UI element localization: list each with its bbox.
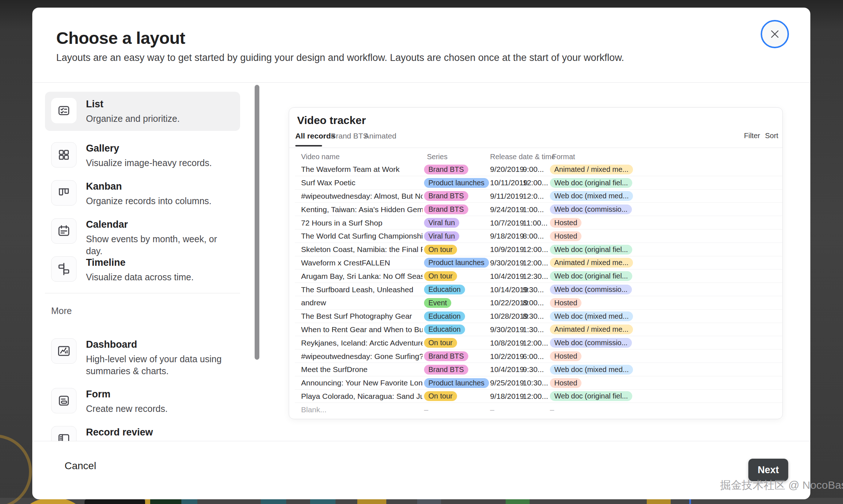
gallery-icon [51,142,77,168]
cell-release-time: 12:30... [523,269,548,283]
column-header-format: Format [552,153,575,161]
cell-release-time: 12:00... [523,256,548,270]
sidebar-item-title: List [86,99,228,110]
cell-release-time: 8:00... [523,296,544,310]
screen: Choose a layout Layouts are an easy way … [0,0,843,504]
table-row[interactable]: Skeleton Coast, Namibia: the Final Front… [295,243,782,256]
table-row[interactable]: #wipeoutwednesday: Gone Surfing? Brand B… [295,350,782,363]
cell-series: Product launches [424,376,489,390]
format-tag: Hosted [550,298,581,308]
sidebar-item-record-review[interactable]: Record review Review details of many rec… [45,420,240,441]
cell-video-name: The World Cat Surfing Championships 2019 [301,230,423,243]
cell-release-time: 1:30... [523,323,544,336]
cell-video-name: andrew [301,296,423,310]
format-tag: Animated / mixed me... [550,258,633,268]
column-header-video-name: Video name [301,153,340,161]
cell-video-name: 72 Hours in a Surf Shop [301,216,423,230]
cell-video-name: Arugam Bay, Sri Lanka: No Off Season [301,269,423,283]
cell-format: Animated / mixed me... [550,256,633,270]
header-divider [32,82,810,83]
table-row[interactable]: The Surfboard Leash, Unleashed Education… [295,283,782,296]
cell-release-date: 9/18/2019 [490,230,524,243]
table-row[interactable]: Meet the SurfDrone Brand BTS 10/4/2019 9… [295,363,782,376]
table-row[interactable]: When to Rent Gear and When to Buy Gear E… [295,323,782,336]
column-header-release: Release date & time [490,153,555,161]
table-row[interactable]: Kenting, Taiwan: Asia's Hidden Gem Brand… [295,203,782,216]
cell-release-date: 10/2/2019 [490,350,524,363]
cell-video-name: Kenting, Taiwan: Asia's Hidden Gem [301,203,423,216]
table-row[interactable]: Announcing: Your New Favorite Longboard … [295,376,782,390]
series-tag: Product launches [424,378,489,388]
filter-button[interactable]: Filter [744,132,760,140]
sidebar-item-kanban[interactable]: Kanban Organize records into columns. [45,174,240,213]
table-row[interactable]: Surf Wax Poetic Product launches 10/11/2… [295,176,782,190]
cell-series: On tour [424,390,457,403]
cell-series: Education [424,323,465,336]
close-button[interactable] [761,20,789,48]
cell-release-date: 9/20/2019 [490,163,524,176]
sort-button[interactable]: Sort [765,132,778,140]
cell-release-time: 12:00... [523,176,548,190]
format-tag: Animated / mixed me... [550,165,633,174]
cancel-button[interactable]: Cancel [65,460,96,472]
format-tag: Web doc (mixed med... [550,311,633,321]
table-row[interactable]: The Waveform Team at Work Brand BTS 9/20… [295,163,782,176]
format-tag: Hosted [550,218,581,228]
cell-series: Product launches [424,176,489,190]
page-title: Choose a layout [56,28,185,48]
kanban-icon [51,180,77,206]
cell-video-name: The Best Surf Photography Gear [301,310,423,323]
format-tag: Web doc (original fiel... [550,391,632,401]
series-tag: Viral fun [424,218,459,228]
cell-video-name: Waveform x CrestFALLEN [301,256,423,270]
table-row[interactable]: Blank... – – – [295,403,782,416]
format-tag: Web doc (commissio... [550,285,632,294]
video-tracker-preview: Video tracker All recordsBrand BTSAnimat… [289,107,783,419]
sidebar-item-gallery[interactable]: Gallery Visualize image-heavy records. [45,136,240,175]
sidebar-item-timeline[interactable]: Timeline Visualize data across time. [45,250,240,289]
sidebar-scrollbar-thumb[interactable] [255,85,259,360]
series-tag: Education [424,285,465,294]
tab-animated[interactable]: Animated [364,132,396,140]
cell-release-date: 10/8/2019 [490,336,524,350]
cell-series: Brand BTS [424,350,468,363]
watermark: 掘金技术社区 @ NocoBase [720,478,843,493]
sidebar-item-title: Kanban [86,181,228,192]
series-tag: Event [424,298,451,308]
table-row[interactable]: Playa Colorado, Nicaragua: Sand Juan del… [295,390,782,403]
table-row[interactable]: andrew Event 10/22/2019 8:00... Hosted [295,296,782,310]
series-tag: Brand BTS [424,191,468,201]
series-tag: Brand BTS [424,351,468,361]
preview-title: Video tracker [297,114,366,127]
sidebar-item-form[interactable]: Form Create new records. [45,382,240,421]
cell-series: On tour [424,243,457,256]
table-row[interactable]: #wipeoutwednesday: Almost, But Not Quite… [295,190,782,203]
sidebar-item-desc: High-level view of your data using summa… [86,353,228,377]
cell-series: Education [424,310,465,323]
sidebar-item-dashboard[interactable]: Dashboard High-level view of your data u… [45,332,240,383]
tab-brand-bts[interactable]: Brand BTS [331,132,368,140]
table-row[interactable]: Waveform x CrestFALLEN Product launches … [295,256,782,270]
cell-release-date: 9/30/2019 [490,323,524,336]
record-review-icon [51,426,77,441]
cell-video-name: When to Rent Gear and When to Buy Gear [301,323,423,336]
cell-video-name: Skeleton Coast, Namibia: the Final Front… [301,243,423,256]
sidebar-item-list[interactable]: List Organize and prioritize. [45,92,240,131]
table-row[interactable]: The World Cat Surfing Championships 2019… [295,230,782,243]
cell-series: Product launches [424,256,489,270]
sidebar-item-title: Timeline [86,257,228,268]
table-row[interactable]: Arugam Bay, Sri Lanka: No Off Season On … [295,269,782,283]
format-tag: Web doc (original fiel... [550,245,632,255]
table-row[interactable]: Reykjanes, Iceland: Arctic Adventure On … [295,336,782,350]
cell-series: Brand BTS [424,363,468,376]
tabs-divider [289,148,782,148]
tab-all-records[interactable]: All records [295,132,335,140]
cell-video-name: The Surfboard Leash, Unleashed [301,283,423,296]
table-row[interactable]: The Best Surf Photography Gear Education… [295,310,782,323]
format-tag: Web doc (mixed med... [550,365,633,375]
sidebar-item-title: Calendar [86,219,228,230]
format-tag: Hosted [550,231,581,241]
cell-release-time: 8:00... [523,230,544,243]
format-tag: Web doc (original fiel... [550,271,632,281]
table-row[interactable]: 72 Hours in a Surf Shop Viral fun 10/7/2… [295,216,782,230]
